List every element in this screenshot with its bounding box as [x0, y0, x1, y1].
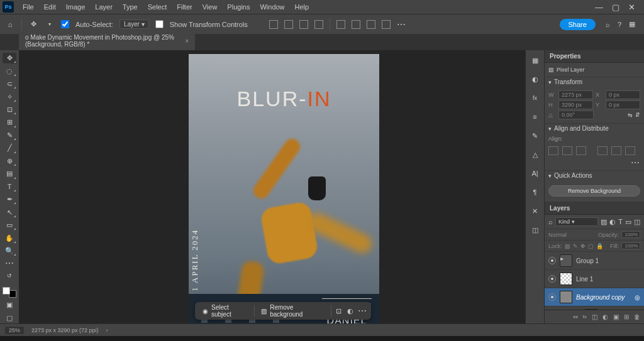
search-icon[interactable]: ⌕: [548, 218, 553, 225]
hand-tool[interactable]: ✋: [3, 232, 16, 243]
adjustments-icon[interactable]: ◐: [346, 306, 355, 316]
auto-select-target[interactable]: Layer ▾: [119, 19, 149, 29]
lock-trans-icon[interactable]: ▨: [565, 243, 570, 249]
canvas-area[interactable]: BLUR-IN 1 APRIL 2024 MADE BY DANIEL ◉ Se…: [19, 50, 525, 323]
new-layer-icon[interactable]: ⊞: [624, 313, 629, 320]
layers-tab[interactable]: Layers: [545, 202, 644, 215]
x-field[interactable]: 0 px: [606, 90, 640, 99]
select-subject-button[interactable]: ◉ Select subject: [199, 302, 252, 320]
more-options-icon[interactable]: ⋯: [397, 19, 406, 30]
menu-plugins[interactable]: Plugins: [222, 1, 255, 13]
stamp-tool[interactable]: ⊕: [3, 156, 16, 166]
fx-icon[interactable]: fx: [583, 314, 587, 320]
document-tab[interactable]: o Make Dynamic Movement in Photoshop.jpg…: [19, 31, 195, 50]
os-taskbar[interactable]: [0, 336, 644, 341]
menu-window[interactable]: Window: [255, 1, 289, 13]
menu-edit[interactable]: Edit: [39, 1, 61, 13]
document-canvas[interactable]: BLUR-IN 1 APRIL 2024 MADE BY DANIEL: [189, 54, 379, 323]
align-more-icon[interactable]: ⋯: [548, 158, 640, 168]
distribute-space-icon[interactable]: [382, 20, 391, 29]
adjustment-layer-icon[interactable]: ◐: [602, 313, 608, 320]
move-tool[interactable]: ✥: [3, 53, 16, 63]
menu-view[interactable]: View: [197, 1, 223, 13]
zoom-tool[interactable]: 🔍: [3, 246, 16, 256]
layer-thumbnail[interactable]: [560, 291, 572, 303]
eyedropper-tool[interactable]: ✎: [3, 130, 16, 141]
opacity-field[interactable]: 100%: [621, 231, 640, 238]
visibility-toggle[interactable]: [548, 257, 556, 264]
distribute-right-icon[interactable]: [367, 20, 375, 29]
layer-name[interactable]: Line 1: [576, 276, 640, 283]
remove-background-button[interactable]: ▨ Remove background: [257, 302, 328, 320]
filter-type-icon[interactable]: T: [618, 218, 623, 225]
layer-row[interactable]: Line 1: [545, 270, 644, 288]
character-panel-icon[interactable]: A|: [529, 167, 541, 180]
delete-layer-icon[interactable]: 🗑: [634, 313, 640, 320]
transform-icon[interactable]: ⊡: [334, 306, 343, 316]
type-tool[interactable]: T: [3, 181, 16, 192]
pen-tool[interactable]: ✒: [3, 194, 16, 205]
home-icon[interactable]: ⌂: [5, 19, 15, 30]
remove-background-qa-button[interactable]: Remove Background: [548, 185, 640, 197]
smart-object-icon[interactable]: ◎: [635, 294, 640, 301]
fill-field[interactable]: 100%: [621, 242, 640, 249]
align-section[interactable]: ▾Align and Distribute: [545, 124, 644, 133]
more-context-icon[interactable]: ⋯: [358, 306, 367, 316]
search-icon[interactable]: ⌕: [606, 21, 610, 28]
color-swatches[interactable]: [3, 287, 16, 298]
align-left-icon[interactable]: [269, 20, 278, 29]
layer-name[interactable]: Group 1: [576, 257, 640, 264]
screenmode-tool[interactable]: ▢: [3, 313, 16, 323]
filter-smart-icon[interactable]: ◫: [634, 218, 640, 226]
layer-name[interactable]: Background copy: [576, 294, 631, 301]
lock-pos-icon[interactable]: ✥: [580, 243, 586, 249]
auto-select-checkbox[interactable]: [61, 20, 69, 28]
properties-tab[interactable]: Properties: [545, 50, 644, 63]
paragraph-panel-icon[interactable]: ¶: [529, 186, 541, 198]
info-dropdown-icon[interactable]: ›: [106, 327, 108, 333]
window-close[interactable]: ✕: [628, 3, 635, 12]
align-vcenter-icon[interactable]: [611, 146, 621, 155]
window-maximize[interactable]: ▢: [612, 3, 619, 12]
patterns-panel-icon[interactable]: △: [529, 148, 541, 161]
close-tab-icon[interactable]: ×: [185, 38, 189, 45]
visibility-toggle[interactable]: [548, 275, 556, 283]
foreground-swatch[interactable]: [3, 287, 10, 295]
menu-select[interactable]: Select: [143, 1, 172, 13]
lock-artb-icon[interactable]: ▢: [588, 243, 594, 249]
color-panel-icon[interactable]: ▦: [529, 54, 541, 67]
group-icon[interactable]: ▣: [613, 313, 619, 320]
marquee-tool[interactable]: ◌: [3, 65, 16, 76]
align-hcenter-icon[interactable]: [562, 146, 572, 155]
align-right-icon[interactable]: [576, 146, 586, 155]
menu-help[interactable]: Help: [290, 1, 314, 13]
width-field[interactable]: 2273 px: [558, 90, 593, 99]
flip-v-icon[interactable]: ⇵: [635, 112, 640, 118]
visibility-toggle[interactable]: [548, 293, 556, 301]
menu-file[interactable]: File: [18, 1, 39, 13]
libraries-panel-icon[interactable]: ◫: [529, 224, 541, 236]
move-tool-icon[interactable]: ✥: [28, 19, 38, 30]
edit-toolbar-icon[interactable]: ⋯: [5, 258, 14, 268]
link-layers-icon[interactable]: ⇔: [573, 313, 578, 320]
transform-section[interactable]: ▾Transform: [545, 77, 644, 87]
adjustments2-panel-icon[interactable]: ✕: [529, 205, 541, 217]
align-center-h-icon[interactable]: [284, 20, 293, 29]
blend-mode[interactable]: Normal: [548, 232, 567, 238]
brushes-panel-icon[interactable]: ✎: [529, 129, 541, 142]
layer-row[interactable]: Background copy◎: [545, 288, 644, 306]
align-top-icon[interactable]: [597, 146, 608, 155]
gradients-panel-icon[interactable]: fx: [529, 92, 541, 104]
wand-tool[interactable]: ✧: [3, 91, 16, 102]
menu-type[interactable]: Type: [118, 1, 143, 13]
flip-h-icon[interactable]: ⇋: [628, 112, 633, 118]
align-right-icon[interactable]: [299, 20, 308, 29]
align-left-icon[interactable]: [548, 146, 558, 155]
share-button[interactable]: Share: [560, 19, 596, 30]
quickmask-tool[interactable]: ▣: [3, 300, 16, 310]
frame-tool[interactable]: ⊞: [3, 117, 16, 127]
menu-layer[interactable]: Layer: [90, 1, 118, 13]
gradient-tool[interactable]: ▤: [3, 168, 16, 179]
lasso-tool[interactable]: ⊂: [3, 78, 16, 89]
swatches-panel-icon[interactable]: ◐: [529, 73, 541, 85]
